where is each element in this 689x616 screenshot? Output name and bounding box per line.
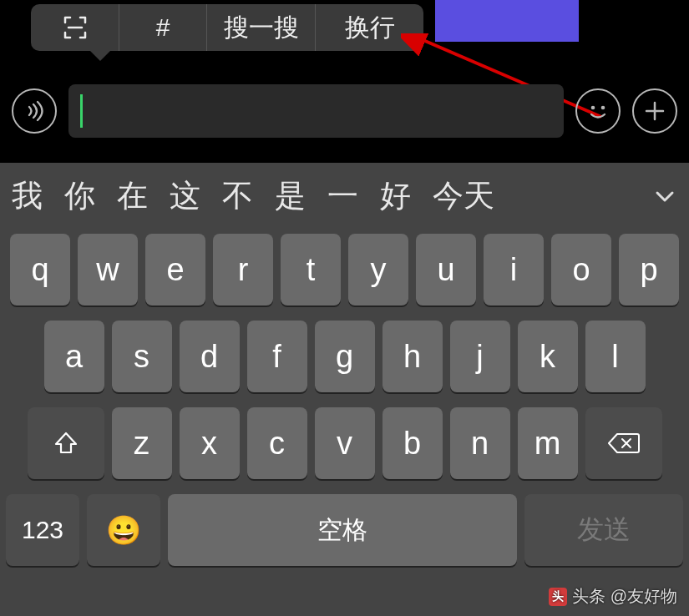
send-key[interactable]: 发送 [524, 494, 683, 566]
keyboard-row-2: a s d f g h j k l [0, 321, 689, 392]
candidate-item[interactable]: 你 [64, 175, 95, 217]
key-c[interactable]: c [247, 407, 307, 479]
keyboard-row-3: z x c v b n m [0, 407, 689, 479]
keyboard-row-1: q w e r t y u i o p [0, 234, 689, 305]
backspace-key[interactable] [585, 407, 662, 479]
key-q[interactable]: q [10, 234, 70, 305]
key-f[interactable]: f [247, 321, 307, 392]
popup-tail [90, 51, 110, 61]
watermark-text: @友好物 [610, 585, 677, 608]
candidate-item[interactable]: 在 [117, 175, 148, 217]
popup-item-scan[interactable] [31, 4, 119, 51]
chevron-down-icon [652, 184, 677, 209]
context-popup-menu: # 搜一搜 换行 [31, 4, 423, 51]
key-r[interactable]: r [213, 234, 273, 305]
candidate-row: 我 你 在 这 不 是 一 好 今天 [0, 163, 689, 230]
chat-input-row [0, 75, 689, 146]
watermark-prefix: 头条 [572, 585, 605, 608]
emoji-button[interactable] [575, 88, 621, 134]
voice-input-button[interactable] [12, 88, 57, 134]
plus-icon [643, 99, 666, 123]
watermark: 头 头条 @友好物 [549, 585, 677, 608]
key-x[interactable]: x [180, 407, 240, 479]
key-h[interactable]: h [382, 321, 443, 392]
svg-point-2 [601, 105, 605, 109]
key-o[interactable]: o [551, 234, 611, 305]
candidate-item[interactable]: 这 [170, 175, 200, 217]
candidate-item[interactable]: 好 [380, 175, 411, 217]
key-j[interactable]: j [450, 321, 510, 392]
key-g[interactable]: g [315, 321, 375, 392]
key-t[interactable]: t [281, 234, 341, 305]
candidate-item[interactable]: 我 [12, 175, 43, 217]
candidate-item[interactable]: 不 [222, 175, 253, 217]
popup-newline-label: 换行 [345, 11, 395, 45]
key-d[interactable]: d [180, 321, 240, 392]
key-e[interactable]: e [145, 234, 205, 305]
key-p[interactable]: p [619, 234, 679, 305]
space-key[interactable]: 空格 [168, 494, 517, 566]
shift-key[interactable] [28, 407, 104, 479]
backspace-icon [607, 431, 641, 456]
key-v[interactable]: v [315, 407, 375, 479]
shift-icon [52, 429, 80, 457]
key-l[interactable]: l [585, 321, 646, 392]
key-s[interactable]: s [112, 321, 172, 392]
keyboard-row-bottom: 123 😀 空格 发送 [0, 494, 689, 566]
popup-item-newline[interactable]: 换行 [315, 4, 423, 51]
popup-search-label: 搜一搜 [224, 11, 299, 45]
key-a[interactable]: a [44, 321, 104, 392]
key-m[interactable]: m [518, 407, 578, 479]
key-w[interactable]: w [78, 234, 138, 305]
scan-icon [63, 15, 88, 40]
keyboard-area: 我 你 在 这 不 是 一 好 今天 q w e r t y u i o p a… [0, 163, 689, 616]
candidate-expand-button[interactable] [652, 184, 677, 209]
key-z[interactable]: z [112, 407, 172, 479]
key-b[interactable]: b [382, 407, 443, 479]
watermark-logo-icon: 头 [549, 588, 567, 606]
text-caret [80, 94, 83, 128]
key-i[interactable]: i [484, 234, 544, 305]
voice-icon [23, 99, 46, 123]
background-accent-block [435, 0, 579, 42]
emoji-key[interactable]: 😀 [87, 494, 160, 566]
chat-text-input[interactable] [68, 84, 564, 138]
candidate-item[interactable]: 一 [327, 175, 358, 217]
svg-point-1 [591, 105, 595, 109]
attach-plus-button[interactable] [632, 88, 677, 134]
candidate-item[interactable]: 今天 [433, 175, 494, 217]
key-u[interactable]: u [416, 234, 476, 305]
key-k[interactable]: k [518, 321, 578, 392]
popup-item-search[interactable]: 搜一搜 [206, 4, 315, 51]
key-n[interactable]: n [450, 407, 510, 479]
emoji-face-icon: 😀 [106, 513, 141, 547]
smile-icon [584, 97, 612, 125]
numeric-key[interactable]: 123 [6, 494, 79, 566]
popup-item-hash[interactable]: # [119, 4, 206, 51]
candidate-item[interactable]: 是 [275, 175, 306, 217]
key-y[interactable]: y [348, 234, 408, 305]
popup-hash-label: # [156, 13, 170, 42]
